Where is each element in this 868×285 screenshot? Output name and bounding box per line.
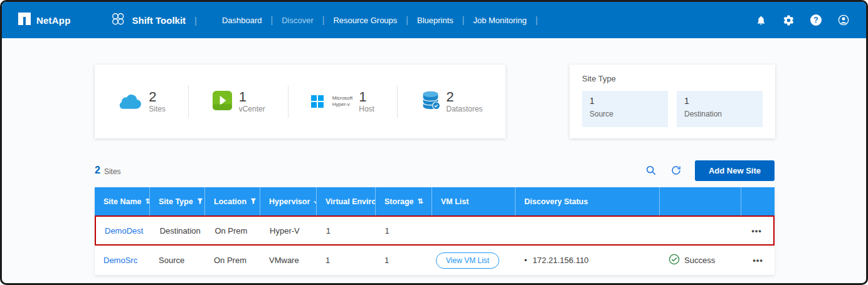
destination-label: Destination	[684, 110, 755, 118]
cell-storage: 1	[376, 256, 432, 265]
help-icon[interactable]: ?	[810, 14, 822, 26]
success-check-icon	[669, 254, 680, 267]
add-new-site-button[interactable]: Add New Site	[695, 160, 775, 181]
hyperv-icon	[311, 95, 324, 108]
column-header-hypervisor[interactable]: Hypervisor	[260, 187, 317, 215]
source-count: 1	[590, 96, 660, 106]
netapp-brand[interactable]: NetApp	[18, 13, 71, 28]
destination-count: 1	[684, 96, 755, 106]
cloud-icon	[117, 92, 142, 111]
stat-value: 2	[447, 90, 483, 104]
stat-value: 2	[149, 90, 166, 104]
cell-status: Success	[660, 254, 741, 267]
bullet-glyph: •	[524, 256, 527, 265]
top-navbar: NetApp Shift Toolkit | Dashboard | Disco…	[2, 2, 866, 38]
site-name-link[interactable]: DemoSrc	[103, 256, 137, 265]
stat-label: Host	[359, 105, 374, 113]
row-actions-menu-icon[interactable]: •••	[753, 256, 763, 265]
sort-icon[interactable]: ⇅	[418, 197, 423, 205]
cell-site-type: Source	[150, 256, 205, 265]
bell-icon[interactable]	[754, 14, 767, 26]
source-label: Source	[590, 110, 660, 118]
cell-location: On Prem	[206, 226, 261, 236]
divider	[188, 85, 189, 118]
hyperv-vendor-text: Microsoft Hyper-v	[332, 95, 352, 107]
settings-gear-icon[interactable]	[782, 14, 795, 26]
app-window: NetApp Shift Toolkit | Dashboard | Disco…	[0, 0, 868, 285]
site-type-card: Site Type 1 Source 1 Destination	[569, 65, 775, 138]
stat-label: vCenter	[239, 105, 265, 113]
site-type-destination-box[interactable]: 1 Destination	[677, 91, 763, 127]
column-header-status	[660, 187, 741, 215]
stat-value: 1	[239, 90, 265, 104]
status-text: Success	[684, 256, 715, 265]
column-header-actions	[741, 187, 775, 215]
nav-item-blueprints[interactable]: Blueprints	[408, 12, 462, 29]
shift-toolkit-logo-icon	[110, 11, 126, 29]
filter-icon[interactable]	[250, 197, 257, 206]
search-icon[interactable]	[645, 164, 657, 177]
site-type-source-box[interactable]: 1 Source	[582, 91, 668, 127]
navbar-actions: ?	[754, 14, 850, 26]
column-header-storage[interactable]: Storage ⇅	[376, 187, 432, 215]
sites-table: Site Name ⇅ Site Type Location Hyperviso…	[95, 187, 775, 276]
divider	[397, 85, 398, 118]
stat-datastores: 2 Datastores	[421, 90, 483, 113]
stat-label: Datastores	[447, 105, 483, 113]
datastore-icon	[421, 90, 440, 113]
sort-icon[interactable]: ⇅	[145, 197, 150, 205]
stat-vcenter: 1 vCenter	[212, 90, 265, 113]
cell-location: On Prem	[205, 256, 260, 265]
separator: |	[536, 15, 538, 25]
account-icon[interactable]	[837, 14, 850, 26]
main-nav: Dashboard | Discover | Resource Groups |…	[213, 12, 537, 29]
site-type-title: Site Type	[582, 74, 763, 83]
stat-value: 1	[359, 90, 374, 104]
row-actions-menu-icon[interactable]: •••	[751, 226, 762, 236]
app-title: Shift Toolkit	[132, 15, 186, 26]
cell-hypervisor: VMware	[260, 256, 317, 265]
help-glyph: ?	[810, 14, 822, 26]
column-header-site-name[interactable]: Site Name ⇅	[95, 187, 150, 215]
table-row-demosrc[interactable]: DemoSrc Source On Prem VMware 1 1 View V…	[95, 246, 775, 276]
stat-host: Microsoft Hyper-v 1 Host	[311, 90, 374, 113]
nav-item-dashboard[interactable]: Dashboard	[213, 12, 271, 29]
cell-virtual-environment: 1	[317, 256, 376, 265]
sites-count-label: Sites	[104, 167, 121, 176]
stat-label: Sites	[149, 105, 166, 113]
column-header-discovery-status[interactable]: Discovery Status	[516, 187, 660, 215]
brand-name: NetApp	[36, 15, 71, 26]
cell-storage: 1	[376, 226, 432, 236]
column-header-virtual-environment[interactable]: Virtual Environm	[317, 187, 376, 215]
cell-hypervisor: Hyper-V	[261, 226, 317, 236]
cell-virtual-environment: 1	[317, 226, 376, 236]
nav-item-discover[interactable]: Discover	[273, 12, 322, 29]
nav-item-job-monitoring[interactable]: Job Monitoring	[464, 12, 535, 29]
column-header-site-type[interactable]: Site Type	[150, 187, 205, 215]
view-vm-list-button[interactable]: View VM List	[436, 252, 499, 269]
cell-discovery-status: • 172.21.156.110	[516, 256, 660, 265]
sites-count: 2	[95, 165, 100, 176]
cell-site-type: Destination	[151, 226, 206, 236]
vcenter-icon	[212, 90, 233, 113]
divider	[288, 85, 288, 118]
column-header-location[interactable]: Location	[205, 187, 260, 215]
table-header: Site Name ⇅ Site Type Location Hyperviso…	[95, 187, 775, 215]
column-header-vm-list[interactable]: VM List	[432, 187, 516, 215]
table-row-demodest[interactable]: DemoDest Destination On Prem Hyper-V 1 1…	[95, 215, 775, 246]
netapp-logo-icon	[18, 13, 31, 28]
sites-toolbar: 2 Sites Add New Site	[95, 160, 775, 181]
separator: |	[194, 15, 197, 26]
stat-sites: 2 Sites	[117, 90, 166, 113]
app-home[interactable]: Shift Toolkit |	[110, 11, 197, 29]
filter-icon[interactable]	[197, 197, 203, 206]
refresh-icon[interactable]	[670, 164, 682, 177]
inventory-summary-card: 2 Sites 1 vCenter Microsoft Hyper-v	[95, 65, 505, 138]
site-name-link[interactable]: DemoDest	[105, 226, 143, 236]
discovery-ip: 172.21.156.110	[532, 256, 588, 265]
nav-item-resource-groups[interactable]: Resource Groups	[324, 12, 406, 29]
